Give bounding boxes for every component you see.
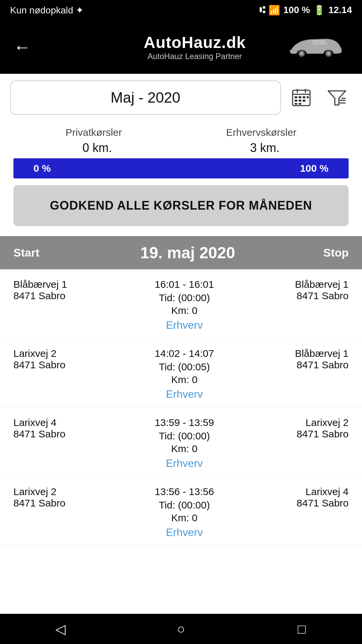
approve-section: GODKEND ALLE KØRSLER FOR MÅNEDEN [0,178,362,236]
svg-point-1 [300,52,303,55]
nav-back-button[interactable]: ◁ [40,619,80,639]
trip-start-addr: Blåbærvej 1 8471 Sabro [13,279,101,302]
bluetooth-icon: ⑆ [259,5,265,15]
stats-values-row: 0 km. 3 km. [13,141,349,155]
trip-start-addr: Larixvej 2 8471 Sabro [13,486,101,509]
progress-bar-wrapper: 0 %100 % [13,158,349,178]
status-bar: Kun nødopkald ✦ ⑆ 📶 100 % 🔋 12.14 [0,0,362,20]
nav-home-button[interactable]: ○ [161,619,201,639]
car-logo-icon [288,33,342,61]
trip-row[interactable]: Blåbærvej 1 8471 Sabro 16:01 - 16:01 Tid… [0,269,362,338]
month-display: Maj - 2020 [10,80,281,115]
stats-labels-row: Privatkørsler Erhvervskørsler [13,127,349,138]
business-pct-final: 100 % [300,163,328,174]
logo-main-text: AutoHauz.dk [144,33,246,52]
day-header: Start 19. maj 2020 Stop [0,236,362,269]
private-label: Privatkørsler [65,127,122,138]
trip-details: 14:02 - 14:07 Tid: (00:05) Km: 0 Erhverv [101,348,268,400]
main-content: Maj - 2020 [0,74,362,579]
trip-stop-addr: Blåbærvej 1 8471 Sabro [268,279,349,302]
svg-rect-11 [307,96,309,98]
trip-row[interactable]: Larixvej 4 8471 Sabro 13:59 - 13:59 Tid:… [0,408,362,477]
signal-icon: 📶 [268,5,280,16]
calendar-button[interactable] [286,83,316,113]
status-left: Kun nødopkald ✦ [10,5,83,16]
svg-rect-14 [303,100,305,102]
svg-point-3 [327,52,330,55]
filter-button[interactable] [322,83,352,113]
status-nod-text: Kun nødopkald ✦ [10,5,83,16]
trip-list: Blåbærvej 1 8471 Sabro 16:01 - 16:01 Tid… [0,269,362,546]
trip-stop-addr: Larixvej 4 8471 Sabro [268,486,349,509]
status-right: ⑆ 📶 100 % 🔋 12.14 [259,5,352,16]
svg-rect-16 [299,103,301,105]
trip-start-addr: Larixvej 2 8471 Sabro [13,348,101,371]
time-text: 12.14 [328,5,352,15]
trip-details: 13:59 - 13:59 Tid: (00:00) Km: 0 Erhverv [101,417,268,470]
svg-rect-10 [303,96,305,98]
trip-stop-addr: Blåbærvej 1 8471 Sabro [268,348,349,371]
svg-rect-13 [299,100,301,102]
month-selector: Maj - 2020 [0,74,362,121]
trip-details: 16:01 - 16:01 Tid: (00:00) Km: 0 Erhverv [101,279,268,331]
trip-row[interactable]: Larixvej 2 8471 Sabro 13:56 - 13:56 Tid:… [0,477,362,546]
bottom-nav: ◁ ○ □ [0,614,362,644]
logo-sub-text: AutoHauz Leasing Partner [147,52,242,61]
svg-rect-8 [295,96,297,98]
trip-stop-addr: Larixvej 2 8471 Sabro [268,417,349,440]
nav-recent-button[interactable]: □ [282,619,322,639]
business-km: 3 km. [250,141,280,155]
battery-icon: 🔋 [313,5,325,16]
private-pct-final: 0 % [34,163,51,174]
battery-text: 100 % [284,5,310,15]
trip-row[interactable]: Larixvej 2 8471 Sabro 14:02 - 14:07 Tid:… [0,338,362,408]
svg-rect-9 [299,96,301,98]
svg-rect-15 [295,103,297,105]
approve-all-button[interactable]: GODKEND ALLE KØRSLER FOR MÅNEDEN [13,185,349,226]
trip-start-addr: Larixvej 4 8471 Sabro [13,417,101,440]
business-label: Erhvervskørsler [226,127,297,138]
app-header: ← AutoHauz.dk AutoHauz Leasing Partner [0,20,362,74]
private-km: 0 km. [82,141,112,155]
trip-details: 13:56 - 13:56 Tid: (00:00) Km: 0 Erhverv [101,486,268,539]
day-header-start-label: Start [13,246,107,259]
back-button[interactable]: ← [13,37,31,57]
stats-section: Privatkørsler Erhvervskørsler 0 km. 3 km… [0,121,362,155]
svg-rect-12 [295,100,297,102]
day-header-stop-label: Stop [268,246,349,259]
day-header-date: 19. maj 2020 [107,244,268,262]
